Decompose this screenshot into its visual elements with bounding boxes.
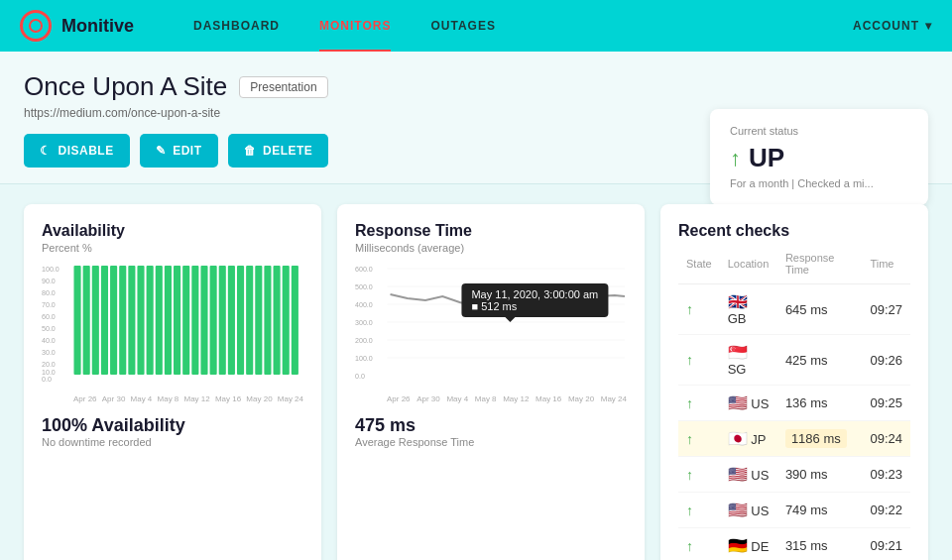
- up-arrow-icon: ↑: [686, 301, 693, 317]
- table-row: ↑ 🇺🇸 US 749 ms 09:22: [678, 493, 910, 528]
- disable-icon: ☾: [40, 144, 52, 158]
- svg-rect-23: [182, 266, 189, 375]
- account-button[interactable]: ACCOUNT ▾: [853, 19, 932, 33]
- availability-title: Availability: [42, 222, 303, 240]
- site-title-row: Once Upon A Site Presentation: [24, 71, 928, 102]
- chart-tooltip: May 11, 2020, 3:00:00 am ■ 512 ms: [461, 283, 608, 317]
- nav-dashboard[interactable]: DASHBOARD: [174, 0, 299, 52]
- check-state: ↑: [678, 386, 720, 421]
- svg-rect-24: [191, 266, 198, 375]
- svg-text:100.0: 100.0: [42, 266, 60, 273]
- check-location: 🇺🇸 US: [720, 457, 777, 493]
- svg-rect-32: [264, 266, 271, 375]
- check-response-time: 749 ms: [777, 493, 863, 528]
- trash-icon: 🗑: [244, 144, 257, 158]
- check-response-time: 136 ms: [777, 386, 863, 421]
- svg-rect-21: [165, 266, 172, 375]
- disable-button[interactable]: ☾ DISABLE: [24, 134, 130, 168]
- svg-rect-17: [128, 266, 135, 375]
- check-time: 09:24: [862, 421, 910, 457]
- response-svg: 600.0 500.0 400.0 300.0 200.0 100.0 0.0: [355, 264, 627, 383]
- svg-rect-11: [73, 266, 80, 375]
- table-row: ↑ 🇩🇪 DE 315 ms 09:21: [678, 528, 910, 561]
- availability-card: Availability Percent % 100.0 90.0 80.0 7…: [24, 204, 321, 560]
- svg-rect-35: [292, 266, 298, 375]
- response-stat: 475 ms Average Response Time: [355, 415, 627, 448]
- svg-rect-34: [283, 266, 290, 375]
- check-state: ↑: [678, 457, 720, 493]
- logo-text: Monitive: [61, 16, 134, 37]
- check-response-time: 425 ms: [777, 335, 863, 386]
- svg-text:60.0: 60.0: [42, 313, 56, 320]
- check-time: 09:25: [862, 386, 910, 421]
- check-response-time: 390 ms: [777, 457, 863, 493]
- delete-button[interactable]: 🗑 DELETE: [228, 134, 329, 168]
- up-arrow-icon: ↑: [686, 467, 693, 483]
- svg-text:50.0: 50.0: [42, 325, 56, 332]
- svg-text:0.0: 0.0: [355, 373, 365, 380]
- svg-rect-13: [92, 266, 99, 375]
- svg-rect-30: [246, 266, 253, 375]
- svg-text:600.0: 600.0: [355, 266, 373, 273]
- col-time: Time: [862, 252, 910, 284]
- check-response-time: 645 ms: [777, 284, 863, 335]
- availability-svg: 100.0 90.0 80.0 70.0 60.0 50.0 40.0 30.0…: [42, 264, 303, 383]
- svg-rect-16: [119, 266, 126, 375]
- check-state: ↑: [678, 421, 720, 457]
- status-value-row: ↑ UP: [730, 143, 908, 173]
- check-state: ↑: [678, 284, 720, 335]
- check-state: ↑: [678, 493, 720, 528]
- svg-rect-26: [210, 266, 217, 375]
- up-arrow-icon: ↑: [686, 395, 693, 411]
- svg-text:70.0: 70.0: [42, 301, 56, 308]
- svg-rect-29: [237, 266, 244, 375]
- main-content: Availability Percent % 100.0 90.0 80.0 7…: [0, 184, 952, 560]
- logo-icon: [20, 10, 52, 42]
- svg-text:0.0: 0.0: [42, 376, 52, 383]
- check-location: 🇺🇸 US: [720, 493, 777, 528]
- response-x-axis: Apr 26Apr 30May 4May 8May 12May 16May 20…: [355, 394, 627, 403]
- check-state: ↑: [678, 528, 720, 561]
- svg-rect-31: [255, 266, 262, 375]
- availability-stat: 100% Availability No downtime recorded: [42, 415, 303, 448]
- svg-rect-14: [101, 266, 108, 375]
- nav-monitors[interactable]: MONITORS: [299, 0, 411, 52]
- status-value: UP: [749, 143, 784, 173]
- svg-text:300.0: 300.0: [355, 319, 373, 326]
- table-row: ↑ 🇺🇸 US 136 ms 09:25: [678, 386, 910, 421]
- svg-text:90.0: 90.0: [42, 278, 56, 284]
- svg-rect-15: [110, 266, 117, 375]
- edit-icon: ✎: [156, 144, 167, 158]
- status-label: Current status: [730, 125, 908, 137]
- table-row: ↑ 🇸🇬 SG 425 ms 09:26: [678, 335, 910, 386]
- svg-text:80.0: 80.0: [42, 289, 56, 296]
- site-title: Once Upon A Site: [24, 71, 227, 102]
- response-time-title: Response Time: [355, 222, 627, 240]
- check-time: 09:21: [862, 528, 910, 561]
- svg-rect-18: [137, 266, 144, 375]
- svg-rect-25: [200, 266, 207, 375]
- up-arrow-icon: ↑: [686, 503, 693, 518]
- svg-text:500.0: 500.0: [355, 283, 373, 290]
- svg-rect-22: [174, 266, 180, 375]
- chevron-down-icon: ▾: [925, 19, 932, 33]
- nav-outages[interactable]: OUTAGES: [411, 0, 515, 52]
- col-location: Location: [720, 252, 777, 284]
- response-time-subtitle: Milliseconds (average): [355, 242, 627, 254]
- up-arrow-icon: ↑: [730, 146, 741, 171]
- svg-rect-28: [228, 266, 235, 375]
- check-state: ↑: [678, 335, 720, 386]
- check-location: 🇯🇵 JP: [720, 421, 777, 457]
- check-location: 🇺🇸 US: [720, 386, 777, 421]
- check-location: 🇬🇧 GB: [720, 284, 777, 335]
- col-state: State: [678, 252, 720, 284]
- check-time: 09:22: [862, 493, 910, 528]
- up-arrow-icon: ↑: [686, 431, 693, 447]
- svg-text:20.0: 20.0: [42, 361, 56, 368]
- svg-rect-27: [219, 266, 226, 375]
- svg-text:100.0: 100.0: [355, 355, 373, 362]
- page-wrapper: Monitive DASHBOARD MONITORS OUTAGES ACCO…: [0, 0, 952, 560]
- table-row: ↑ 🇺🇸 US 390 ms 09:23: [678, 457, 910, 493]
- presentation-badge[interactable]: Presentation: [239, 76, 327, 98]
- edit-button[interactable]: ✎ EDIT: [140, 134, 218, 168]
